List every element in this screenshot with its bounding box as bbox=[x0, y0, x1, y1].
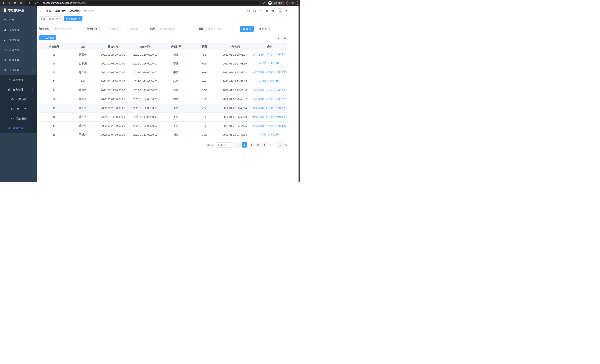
progress-action-link[interactable]: 审批进度 bbox=[274, 124, 286, 127]
incognito-badge: 无痕模式 bbox=[268, 1, 285, 5]
browser-forward-button[interactable] bbox=[7, 1, 11, 5]
search-button[interactable]: 搜索 bbox=[240, 26, 254, 32]
sidebar-item-workflow[interactable]: 工作流程 bbox=[0, 65, 37, 75]
sidebar-item-label: 已办任务 bbox=[16, 117, 27, 120]
prev-page-button[interactable] bbox=[235, 142, 241, 148]
cancel-action-link[interactable]: 取消请假 bbox=[253, 97, 264, 101]
detail-action-link[interactable]: 详情 bbox=[259, 80, 266, 83]
breadcrumb-item[interactable]: 首页 bbox=[46, 9, 51, 13]
goto-page-input[interactable] bbox=[276, 142, 284, 148]
search-icon[interactable] bbox=[247, 9, 250, 13]
end-date-input[interactable]: 结束日期 bbox=[124, 27, 141, 31]
tag-流程详情[interactable]: 流程详情× bbox=[48, 16, 63, 21]
sidebar-item-process-mgmt[interactable]: 流程管理 bbox=[0, 75, 37, 85]
tag-首页[interactable]: 首页 bbox=[39, 16, 47, 21]
progress-action-link[interactable]: 审批进度 bbox=[268, 133, 279, 136]
start-date-input[interactable]: 开始日期 bbox=[106, 27, 122, 31]
insecure-warning-icon[interactable] bbox=[28, 2, 31, 4]
cancel-action-link[interactable]: 取消请假 bbox=[253, 53, 264, 56]
sidebar-item-home[interactable]: 首页 bbox=[0, 15, 37, 25]
page-button-1[interactable]: 1 bbox=[242, 142, 247, 148]
create-leave-button[interactable]: 发起请假 bbox=[39, 35, 56, 40]
sidebar-item-infra[interactable]: 基础设施 bbox=[0, 45, 37, 55]
apply-time-range-picker[interactable]: 开始日期 - 结束日期 bbox=[99, 26, 143, 32]
progress-action-link[interactable]: 审批进度 bbox=[274, 115, 286, 118]
user-icon bbox=[8, 127, 10, 130]
detail-action-link[interactable]: 详情 bbox=[266, 124, 273, 127]
sidebar-item-label: 基础设施 bbox=[9, 48, 19, 52]
close-icon[interactable]: × bbox=[78, 18, 81, 20]
fullscreen-icon[interactable] bbox=[265, 9, 269, 13]
top-navbar: 首页/工作流程/OA 示例/请假查询 TT bbox=[37, 6, 300, 16]
progress-action-link[interactable]: 审批进度 bbox=[274, 97, 286, 101]
page-button-3[interactable]: 3 bbox=[255, 142, 261, 148]
progress-action-link[interactable]: 审批进度 bbox=[274, 53, 286, 56]
cancel-action-link[interactable]: 取消请假 bbox=[253, 89, 264, 92]
cell-id: 22 bbox=[39, 77, 69, 86]
cell-status: 处理中 bbox=[69, 104, 97, 112]
refresh-table-button[interactable] bbox=[282, 35, 287, 40]
browser-reload-button[interactable] bbox=[13, 1, 17, 5]
help-icon[interactable] bbox=[259, 9, 262, 13]
browser-update-chip[interactable]: 更新 bbox=[286, 1, 298, 5]
cancel-action-link[interactable]: 取消请假 bbox=[253, 106, 264, 110]
eye-icon bbox=[259, 63, 262, 65]
yen-icon: ¥ bbox=[4, 39, 7, 42]
breadcrumb-item[interactable]: 工作流程 bbox=[56, 9, 66, 13]
sidebar-item-devtools[interactable]: 研发工具 bbox=[0, 55, 37, 65]
progress-action-link[interactable]: 审批进度 bbox=[274, 106, 286, 110]
tag-请假查询[interactable]: 请假查询× bbox=[64, 16, 83, 21]
sidebar-item-task-mgmt[interactable]: 任务管理 bbox=[0, 85, 37, 94]
github-icon[interactable] bbox=[253, 9, 256, 13]
reset-button[interactable]: 重置 bbox=[256, 26, 270, 32]
browser-home-button[interactable] bbox=[19, 1, 23, 5]
tag-label: 流程详情 bbox=[49, 17, 58, 20]
security-label[interactable]: 不安全 bbox=[32, 1, 39, 5]
detail-action-link[interactable]: 详情 bbox=[259, 133, 266, 136]
browser-back-button[interactable] bbox=[1, 1, 6, 5]
update-label[interactable]: 更新 bbox=[289, 1, 294, 5]
sidebar-item-my-process[interactable]: 我的流程 bbox=[0, 94, 37, 104]
result-select[interactable]: 请选择流结果 bbox=[157, 26, 191, 32]
browser-menu-kebab-icon[interactable] bbox=[294, 1, 297, 4]
sidebar-item-leave-query[interactable]: 请假查询 bbox=[0, 123, 37, 133]
reason-input[interactable] bbox=[208, 28, 234, 30]
progress-action-link[interactable]: 审批进度 bbox=[274, 71, 286, 74]
progress-action-link[interactable]: 审批进度 bbox=[268, 80, 279, 83]
result-label: 结果 bbox=[150, 27, 155, 31]
sidebar-item-payment[interactable]: ¥支付管理 bbox=[0, 35, 37, 45]
close-icon[interactable]: × bbox=[59, 18, 62, 20]
cell-actions: 取消请假详情审批进度 bbox=[251, 104, 287, 112]
toggle-search-button[interactable] bbox=[276, 35, 281, 40]
breadcrumb-item[interactable]: OA 示例 bbox=[70, 9, 79, 13]
cell-applied: 2022-01-22 23:51:15 bbox=[218, 77, 251, 86]
bookmark-star-icon[interactable] bbox=[262, 1, 266, 5]
page-button-2[interactable]: 2 bbox=[249, 142, 254, 148]
sidebar-item-system[interactable]: 系统管理 bbox=[0, 25, 37, 35]
next-page-button[interactable] bbox=[262, 142, 267, 148]
detail-action-link[interactable]: 详情 bbox=[266, 115, 273, 118]
page-size-select[interactable]: 10条/页 bbox=[216, 142, 234, 148]
sidebar-item-done-tasks[interactable]: 已办任务 bbox=[0, 114, 37, 123]
sidebar-fold-icon[interactable] bbox=[39, 9, 43, 13]
font-size-icon[interactable]: TT bbox=[272, 9, 274, 12]
cancel-action-link[interactable]: 取消请假 bbox=[253, 124, 264, 127]
gear-icon bbox=[4, 29, 7, 32]
detail-action-link[interactable]: 详情 bbox=[266, 106, 273, 110]
sidebar-item-todo-tasks[interactable]: 待办任务 bbox=[0, 104, 37, 114]
detail-action-link[interactable]: 详情 bbox=[266, 53, 273, 56]
cancel-action-link[interactable]: 取消请假 bbox=[253, 115, 264, 118]
avatar[interactable] bbox=[278, 8, 283, 13]
action-label: 审批进度 bbox=[277, 71, 286, 74]
avatar-caret-down-icon[interactable] bbox=[286, 10, 287, 12]
detail-action-link[interactable]: 详情 bbox=[266, 71, 273, 74]
window-scrollbar[interactable] bbox=[299, 6, 300, 182]
progress-action-link[interactable]: 审批进度 bbox=[268, 62, 279, 65]
progress-action-link[interactable]: 审批进度 bbox=[274, 89, 286, 92]
detail-action-link[interactable]: 详情 bbox=[259, 62, 266, 65]
detail-action-link[interactable]: 详情 bbox=[266, 97, 273, 101]
cancel-action-link[interactable]: 取消请假 bbox=[253, 71, 264, 74]
address-bar[interactable]: 不安全 dashboard.yudao.iocoder.cn /bpm/oa/l… bbox=[26, 1, 259, 5]
leave-type-select[interactable]: 请选择请假类型 bbox=[52, 26, 85, 32]
detail-action-link[interactable]: 详情 bbox=[266, 89, 273, 92]
